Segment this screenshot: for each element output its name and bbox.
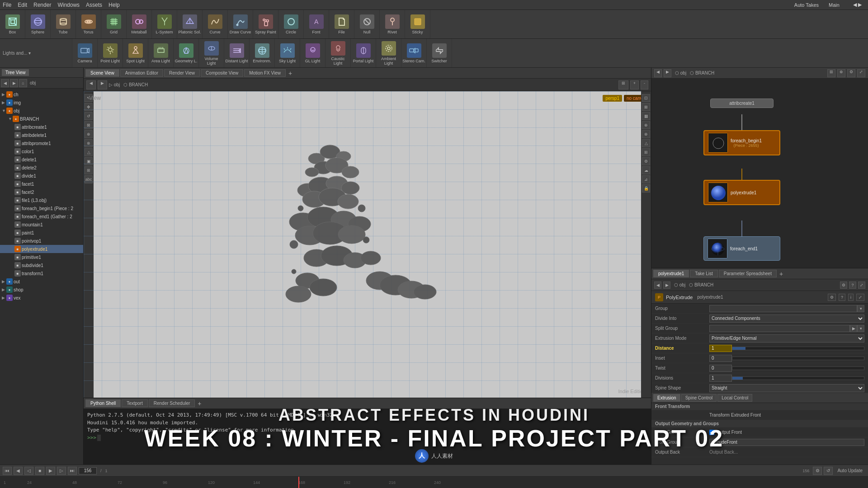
stb-home[interactable]: ⌂ xyxy=(19,79,27,87)
shelf-switcher[interactable]: Switcher xyxy=(427,39,452,68)
param-output-front-check[interactable] xyxy=(709,430,715,435)
shelf-draw-curve[interactable]: Draw Curve xyxy=(228,10,253,39)
tab-python-shell[interactable]: Python Shell xyxy=(85,399,121,407)
scene-tab-tree[interactable]: Tree View xyxy=(2,69,29,76)
shelf-sky-light[interactable]: Sky Light xyxy=(275,39,300,68)
tree-subdivide1[interactable]: ■ subdivide1 xyxy=(0,261,83,269)
param-group-input[interactable] xyxy=(709,305,857,312)
shelf-stereo-cam[interactable]: Stereo Cam. xyxy=(401,39,427,68)
shelf-null[interactable]: Null xyxy=(354,10,380,39)
shelf-tube[interactable]: Tube xyxy=(51,10,76,39)
params-expand[interactable]: ⤢ xyxy=(858,282,865,289)
tab-render-scheduler[interactable]: Render Scheduler xyxy=(149,399,195,407)
ng-layout[interactable]: ⊞ xyxy=(827,69,835,77)
vp-side-10[interactable]: ⊿ xyxy=(642,175,650,183)
node-attribcreate1[interactable]: attribcreate1 xyxy=(710,99,774,108)
menu-windows[interactable]: Windows xyxy=(57,2,80,8)
param-extrusion-mode-select[interactable]: Primitive/Edge Normal Point Normal xyxy=(709,334,864,343)
shelf-volume-light[interactable]: Volume Light xyxy=(199,39,224,68)
tree-facet2[interactable]: ■ facet2 xyxy=(0,188,83,196)
ng-fwd[interactable]: ▶ xyxy=(664,69,671,77)
shelf-portal-light[interactable]: Portal Light xyxy=(351,39,376,68)
tree-delete2[interactable]: ■ delete2 xyxy=(0,164,83,172)
timeline-ruler[interactable]: 1 24 48 72 96 120 144 168 192 216 240 xyxy=(0,477,868,488)
viewport[interactable]: ↖ ✥ ↺ ⊠ ⊕ ⊗ △ ▣ ⊞ abc xyxy=(84,91,651,398)
param-divide-into-select[interactable]: Connected Components All Primitives xyxy=(709,314,864,323)
param-front-group-input[interactable] xyxy=(709,439,864,446)
tree-mountain1[interactable]: ■ mountain1 xyxy=(0,221,83,229)
tree-delete1[interactable]: ■ delete1 xyxy=(0,155,83,164)
param-group-dropdown[interactable]: ▾ xyxy=(857,305,864,312)
param-inset-input[interactable] xyxy=(709,355,732,362)
tab-textport[interactable]: Textport xyxy=(122,399,148,407)
tree-polyextrude1[interactable]: ■ polyextrude1 xyxy=(0,245,83,253)
shelf-spot-light[interactable]: Spot Light xyxy=(123,39,148,68)
tl-prev-frame[interactable]: ◀ xyxy=(14,467,23,475)
ng-back[interactable]: ◀ xyxy=(654,69,662,77)
shelf-rivet[interactable]: Rivet xyxy=(380,10,405,39)
shelf-spray-paint[interactable]: Spray Paint xyxy=(253,10,278,39)
tree-file1[interactable]: ■ file1 (L3.obj) xyxy=(0,196,83,204)
vp-side-3[interactable]: ▦ xyxy=(642,112,650,120)
param-spine-shape-select[interactable]: Straight Curved xyxy=(709,384,864,392)
vtb-layout[interactable]: ⊞ xyxy=(618,80,628,89)
shelf-lsystem[interactable]: L-System xyxy=(152,10,177,39)
tl-auto-update[interactable]: ↺ xyxy=(824,467,833,475)
tree-foreach-begin1[interactable]: ■ foreach_begin1 (Piece : 2 xyxy=(0,204,83,212)
tl-play-fwd[interactable]: ▶ xyxy=(46,467,55,475)
shelf-env-light[interactable]: Environm. xyxy=(250,39,275,68)
tree-attribdelete1[interactable]: ■ attribdelete1 xyxy=(0,131,83,139)
menu-help[interactable]: Help xyxy=(108,2,120,8)
shelf-gl-light[interactable]: GL Light xyxy=(300,39,326,68)
params-gear[interactable]: ⚙ xyxy=(840,282,847,289)
tree-img[interactable]: ▶ ● img xyxy=(0,99,83,107)
tree-branch[interactable]: ▼ ● BRANCH xyxy=(0,115,83,123)
vp-side-9[interactable]: ☁ xyxy=(642,166,650,174)
node-polyextrude1[interactable]: polyextrude1 xyxy=(703,180,780,205)
lights-dropdown[interactable]: Lights and... ▾ xyxy=(3,51,31,56)
params-tab-spreadsheet[interactable]: Parameter Spreadsheet xyxy=(719,270,777,277)
tl-next-frame[interactable]: ▷ xyxy=(57,467,66,475)
tree-vex[interactable]: ▶ ● vex xyxy=(0,294,83,302)
bpt-spine-control[interactable]: Spine Control xyxy=(681,394,717,402)
params-info-btn[interactable]: i xyxy=(848,294,854,301)
shelf-distant-light[interactable]: Distant Light xyxy=(224,39,250,68)
param-split-group-dropdown[interactable]: ▾ xyxy=(857,325,864,332)
shelf-box[interactable]: Box xyxy=(0,10,25,39)
stb-fwd[interactable]: ▶ xyxy=(10,79,18,87)
vp-side-7[interactable]: ⊞ xyxy=(642,148,650,156)
vp-side-5[interactable]: ⊗ xyxy=(642,130,650,138)
tree-ch[interactable]: ▶ ● ch xyxy=(0,90,83,99)
bpt-local-control[interactable]: Local Control xyxy=(717,394,752,402)
add-bottom-tab[interactable]: + xyxy=(198,400,201,407)
shelf-ambient-light[interactable]: Ambient Light xyxy=(376,39,401,68)
shelf-torus[interactable]: Torus xyxy=(76,10,101,39)
shelf-curve[interactable]: Curve xyxy=(203,10,228,39)
menu-edit[interactable]: Edit xyxy=(18,2,27,8)
vp-side-6[interactable]: △ xyxy=(642,139,650,147)
node-foreach-end1[interactable]: foreach_end1 xyxy=(703,236,780,261)
params-expand-btn[interactable]: ⤢ xyxy=(856,294,864,301)
node-foreach-begin1[interactable]: foreach_begin1 (Piece : 2655) xyxy=(703,130,780,155)
tree-attribpromote1[interactable]: ■ attribpromote1 xyxy=(0,139,83,147)
tl-frame-input[interactable] xyxy=(79,467,97,474)
tl-settings[interactable]: ⚙ xyxy=(813,467,822,475)
tab-motion-fx[interactable]: Motion FX View xyxy=(244,69,286,77)
shelf-geometry-light[interactable]: Geometry L. xyxy=(174,39,199,68)
shelf-circle[interactable]: Circle xyxy=(278,10,304,39)
vtb-back[interactable]: ◀ xyxy=(86,80,96,89)
node-graph-area[interactable]: attribcreate1 foreach_begin1 ( xyxy=(651,79,868,268)
tree-shop[interactable]: ▶ ● shop xyxy=(0,286,83,294)
add-tab-btn[interactable]: + xyxy=(288,70,292,77)
param-twist-input[interactable] xyxy=(709,365,732,372)
tl-play-back[interactable]: ◁ xyxy=(24,467,33,475)
shelf-metaball[interactable]: Metaball xyxy=(127,10,152,39)
shelf-sticky[interactable]: Sticky xyxy=(405,10,430,39)
tree-facet1[interactable]: ■ facet1 xyxy=(0,180,83,188)
shelf-file[interactable]: File xyxy=(329,10,354,39)
tab-scene-view[interactable]: Scene View xyxy=(85,69,119,77)
tree-obj[interactable]: ▼ ● obj xyxy=(0,107,83,115)
tree-attribcreate1[interactable]: ■ attribcreate1 xyxy=(0,123,83,131)
shelf-sphere[interactable]: Sphere xyxy=(25,10,51,39)
shelf-area-light[interactable]: Area Light xyxy=(148,39,174,68)
